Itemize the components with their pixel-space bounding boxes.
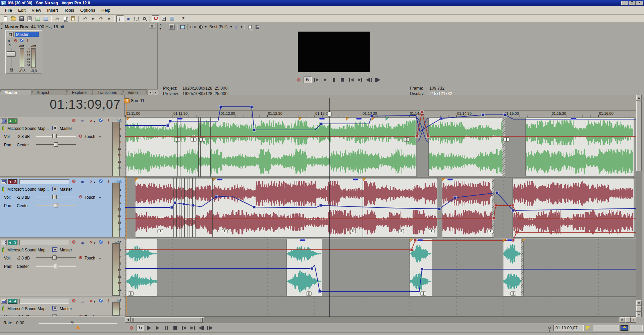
track-name-field[interactable]	[19, 240, 69, 245]
event-gain-handle[interactable]	[398, 229, 404, 233]
automation-dropdown-icon[interactable]: ▾	[99, 257, 101, 262]
automation-dropdown-icon[interactable]: ▾	[99, 135, 101, 140]
record-button[interactable]	[295, 77, 303, 83]
menu-insert[interactable]: Insert	[44, 7, 61, 14]
track-header-2[interactable]: 2 ≈ × ▾ ! -Inf. Microsoft Sound Map... M…	[0, 178, 125, 238]
automation-gear-icon[interactable]: ⚙	[78, 255, 83, 260]
copy-snapshot-icon[interactable]	[247, 24, 253, 30]
pause-button[interactable]	[162, 325, 170, 331]
event-gain-handle[interactable]	[421, 292, 426, 295]
horizontal-scrollbar[interactable]: − +	[125, 317, 636, 323]
phase-invert-icon[interactable]: !	[106, 299, 111, 304]
automation-mode-label[interactable]: Touch	[85, 195, 95, 200]
save-snapshot-icon[interactable]	[254, 24, 260, 30]
track-lane-4[interactable]	[125, 297, 636, 316]
previous-frame-button[interactable]	[365, 77, 373, 83]
close-button[interactable]: ✕	[636, 1, 643, 5]
input-routing-icon[interactable]	[2, 248, 3, 252]
event-gain-handle[interactable]	[175, 138, 180, 141]
menu-file[interactable]: File	[2, 7, 15, 14]
pan-envelope-node[interactable]	[494, 204, 497, 207]
volume-envelope-node[interactable]	[438, 207, 441, 210]
arm-record-icon[interactable]	[71, 240, 76, 245]
track-number-button[interactable]: 3	[8, 240, 17, 245]
time-display[interactable]: 01:13:09,07	[7, 97, 121, 115]
pan-envelope-node[interactable]	[512, 239, 515, 242]
trimmer-button[interactable]	[168, 15, 175, 22]
pan-envelope-node[interactable]	[414, 239, 417, 242]
play-button[interactable]	[321, 77, 329, 83]
mute-dropdown-icon[interactable]: ▾	[93, 241, 96, 246]
tab-project-media[interactable]: Project Media	[32, 89, 67, 95]
solo-icon[interactable]: !	[25, 39, 30, 43]
audio-event[interactable]	[126, 117, 417, 177]
track-layout-button[interactable]	[1, 179, 7, 184]
next-frame-button[interactable]	[373, 77, 381, 83]
audio-event[interactable]	[442, 178, 494, 237]
volume-envelope[interactable]	[125, 193, 636, 210]
audio-event[interactable]	[526, 117, 634, 177]
tab-master-bus[interactable]: Master Bus	[0, 89, 32, 95]
selection-edit-tool-button[interactable]	[132, 15, 140, 22]
audio-event[interactable]	[126, 239, 158, 296]
solo-icon[interactable]	[98, 299, 103, 304]
pan-envelope-node[interactable]	[511, 204, 514, 207]
pan-envelope[interactable]	[125, 232, 636, 250]
solo-icon[interactable]	[98, 118, 103, 124]
phase-invert-icon[interactable]: !	[106, 118, 111, 124]
record-button[interactable]	[127, 325, 136, 331]
volume-envelope-node[interactable]	[182, 203, 185, 205]
volume-envelope-node[interactable]	[512, 209, 514, 212]
pin-panel-icon[interactable]: ◂	[159, 27, 161, 30]
open-project-button[interactable]	[10, 15, 17, 22]
volume-envelope-node[interactable]	[320, 123, 323, 125]
volume-envelope-node[interactable]	[192, 204, 194, 207]
rate-slider-handle[interactable]	[70, 321, 74, 324]
pan-envelope-node[interactable]	[427, 135, 429, 138]
mute-dropdown-icon[interactable]: ▾	[93, 120, 96, 125]
scroll-left-button[interactable]	[125, 317, 130, 323]
bus-assign-button[interactable]	[52, 126, 57, 130]
volume-envelope-node[interactable]	[319, 204, 322, 207]
event-pan-crop-tool-button[interactable]	[160, 15, 167, 22]
copy-button[interactable]	[61, 15, 69, 22]
track-name-field[interactable]	[19, 179, 69, 184]
zoom-grip-right[interactable]	[201, 318, 203, 322]
volume-envelope-node[interactable]	[253, 129, 256, 131]
normal-edit-tool-button[interactable]	[116, 15, 124, 22]
track-envelope-icon[interactable]: ≈	[80, 299, 85, 304]
event-gain-handle[interactable]	[191, 138, 196, 141]
undo-button[interactable]: ↶	[81, 15, 88, 22]
zoom-grip-left[interactable]	[132, 318, 134, 322]
event-gain-handle[interactable]	[504, 138, 509, 141]
scroll-down-button[interactable]	[636, 300, 642, 306]
selection-length-field[interactable]	[630, 325, 643, 331]
volume-envelope-node[interactable]	[170, 206, 173, 209]
track-number-button[interactable]: 4	[8, 299, 17, 304]
publish-project-button[interactable]	[42, 15, 49, 22]
audio-event[interactable]	[287, 239, 322, 296]
phase-invert-icon[interactable]: !	[106, 240, 111, 245]
whats-this-help-button[interactable]: ?	[179, 15, 187, 22]
scroll-thumb[interactable]	[636, 101, 642, 171]
minimize-button[interactable]: —	[621, 1, 628, 5]
bus-assign-button[interactable]	[52, 306, 57, 310]
pan-envelope-node[interactable]	[416, 135, 418, 138]
overlays-dropdown-icon[interactable]: ▼	[240, 25, 243, 29]
cut-button[interactable]: ✂	[53, 15, 61, 22]
pan-slider[interactable]	[36, 264, 76, 268]
pin-panel-icon[interactable]: ◂	[1, 27, 2, 30]
panel-grip[interactable]	[1, 99, 2, 114]
track-lane-3[interactable]	[125, 239, 636, 296]
master-bus-name[interactable]: Master	[15, 32, 39, 37]
pan-envelope-node[interactable]	[410, 248, 413, 251]
track-lane-2[interactable]	[125, 178, 636, 238]
track-number-button[interactable]: 2	[8, 179, 17, 184]
track-number-button[interactable]: 1	[8, 118, 17, 124]
video-output-fx-icon[interactable]: o-o	[190, 24, 196, 30]
tab-scroll-left-button[interactable]	[148, 90, 153, 95]
stop-button[interactable]	[338, 77, 346, 83]
event-gain-handle[interactable]	[404, 138, 410, 141]
marker-bar[interactable]	[125, 95, 636, 111]
tab-transitions[interactable]: Transitions	[92, 89, 123, 95]
